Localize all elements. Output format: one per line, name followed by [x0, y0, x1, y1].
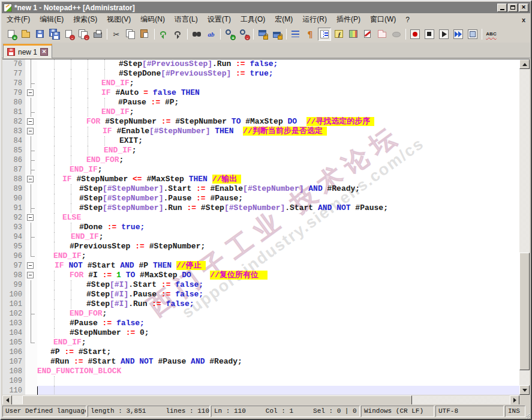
code-line-text[interactable]: ELSE [37, 213, 519, 223]
fold-marker-icon[interactable] [25, 127, 37, 136]
code-line-text[interactable]: END_FOR; [37, 155, 519, 165]
menu-item-8[interactable]: 宏(M) [270, 13, 297, 26]
close-button[interactable]: ✕ [519, 4, 528, 12]
redo-icon[interactable] [172, 28, 185, 41]
current-code-line-text[interactable] [37, 386, 519, 395]
code-line-text[interactable]: #PreviousStep := #StepNumber; [37, 242, 519, 251]
sync-horizontal-icon[interactable] [270, 28, 284, 41]
open-file-icon[interactable] [19, 28, 32, 41]
maximize-button[interactable] [508, 4, 518, 12]
word-wrap-icon[interactable] [289, 28, 302, 41]
horizontal-scroll-thumb[interactable] [22, 395, 413, 405]
indent-guide-icon[interactable] [318, 28, 331, 41]
scroll-down-icon[interactable] [519, 385, 530, 395]
editor-area[interactable]: 西门子工业 技术论坛 support.industry.siemens.com/… [2, 59, 530, 395]
code-line-text[interactable]: IF #Auto = false THEN [37, 88, 519, 98]
menu-item-2[interactable]: 搜索(S) [68, 13, 102, 26]
menu-item-12[interactable]: ? [401, 14, 414, 25]
code-line-text[interactable]: END_IF; [37, 165, 519, 175]
fold-marker-icon[interactable] [25, 175, 37, 184]
cut-icon[interactable]: ✂ [110, 28, 123, 41]
code-line-text[interactable]: #Step[#StepNumber].Start := #Enable[#Ste… [37, 184, 519, 194]
menu-item-1[interactable]: 编辑(E) [35, 13, 68, 26]
menu-item-7[interactable]: 工具(O) [236, 13, 270, 26]
code-line-text[interactable]: IF NOT #Start AND #P THEN //停止 [37, 261, 519, 271]
code-line-text[interactable]: #Pause := false; [37, 319, 519, 328]
tab-close-icon[interactable]: ✕ [40, 48, 48, 56]
menu-item-10[interactable]: 插件(P) [332, 13, 365, 26]
code-line-text[interactable]: END_IF; [37, 338, 519, 347]
fold-marker-icon[interactable] [25, 213, 37, 223]
spell-check-icon[interactable]: ABC [485, 28, 498, 41]
code-line-text[interactable]: #Step[#I].Start := false; [37, 280, 519, 290]
code-line-text[interactable]: #Step[#StepNumber].Pause := #Pause; [37, 194, 519, 203]
minimize-button[interactable] [497, 4, 507, 12]
macro-stop-icon[interactable] [423, 28, 436, 41]
save-all-icon[interactable] [48, 28, 61, 41]
code-line-text[interactable]: END_IF; [37, 251, 519, 261]
code-line-text[interactable]: IF #StepNumber <= #MaxStep THEN //输出 [37, 175, 519, 184]
macro-play-icon[interactable] [437, 28, 450, 41]
vertical-scroll-thumb[interactable] [519, 253, 530, 370]
menu-item-6[interactable]: 设置(T) [203, 13, 236, 26]
save-file-icon[interactable] [34, 28, 47, 41]
menu-item-4[interactable]: 编码(N) [136, 13, 170, 26]
sync-vertical-icon[interactable] [256, 28, 269, 41]
code-line-text[interactable]: #Step[#I].Run := false; [37, 299, 519, 309]
code-line-text[interactable]: END_IF; [37, 146, 519, 155]
fold-marker-icon[interactable] [25, 88, 37, 98]
macro-record-icon[interactable] [408, 28, 422, 41]
resize-grip[interactable] [527, 410, 530, 418]
fold-marker-icon[interactable] [25, 271, 37, 280]
menu-item-3[interactable]: 视图(V) [102, 13, 136, 26]
function-list-icon[interactable] [332, 28, 345, 41]
code-line-text[interactable]: END_FOR; [37, 309, 519, 319]
code-line-text[interactable]: END_IF; [37, 107, 519, 117]
document-map-icon[interactable] [347, 28, 360, 41]
menubar-close-icon[interactable]: x [517, 16, 530, 23]
code-line-text[interactable] [37, 376, 519, 386]
macro-save-icon[interactable] [466, 28, 479, 41]
code-line-text[interactable]: #Step[#PreviousStep].Run := false; [37, 59, 519, 69]
undo-icon[interactable] [157, 28, 170, 41]
zoom-in-icon[interactable]: + [223, 28, 236, 41]
code-line-text[interactable]: #StepNumber := 0; [37, 328, 519, 338]
view-in-browser-icon[interactable] [361, 28, 374, 41]
menu-item-0[interactable]: 文件(F) [2, 13, 35, 26]
replace-icon[interactable]: ab [205, 28, 218, 41]
code-line-text[interactable]: END_IF; [37, 232, 519, 242]
code-line-text[interactable]: END_IF; [37, 79, 519, 88]
code-line-text[interactable]: #Done := true; [37, 223, 519, 232]
menu-item-9[interactable]: 运行(R) [297, 13, 332, 26]
code-line-text[interactable]: FOR #StepNumber := #StepNumber TO #MaxSt… [37, 117, 519, 127]
copy-icon[interactable] [124, 28, 137, 41]
code-line-text[interactable]: END_FUNCTION_BLOCK [37, 367, 519, 376]
menu-item-5[interactable]: 语言(L) [170, 13, 203, 26]
code-line-text[interactable]: EXIT; [37, 136, 519, 146]
fold-marker-icon[interactable] [25, 117, 37, 127]
code-line-text[interactable]: #Step[#StepNumber].Run := #Step[#StepNum… [37, 203, 519, 213]
horizontal-scrollbar[interactable] [2, 395, 519, 405]
tab-new-1[interactable]: new 1 ✕ [3, 44, 52, 58]
show-all-characters-icon[interactable]: ¶ [303, 28, 317, 41]
macro-run-multiple-icon[interactable] [452, 28, 465, 41]
scroll-up-icon[interactable] [519, 59, 530, 69]
code-line-text[interactable]: #StepDone[#PreviousStep] := true; [37, 69, 519, 79]
code-line-text[interactable]: IF #Enable[#StepNumber] THEN //判断当前步是否选定 [37, 127, 519, 136]
code-line-text[interactable]: #Run := #Start AND NOT #Pause AND #Ready… [37, 357, 519, 367]
close-all-icon[interactable]: - [77, 28, 90, 41]
scroll-right-icon[interactable] [510, 395, 519, 405]
paste-icon[interactable] [139, 28, 152, 41]
find-icon[interactable] [190, 28, 203, 41]
code-line-text[interactable]: #Pause := #P; [37, 98, 519, 107]
code-line-text[interactable]: #Step[#I].Pause := false; [37, 290, 519, 299]
new-file-icon[interactable]: + [5, 28, 18, 41]
print-icon[interactable] [91, 28, 104, 41]
scroll-left-icon[interactable] [2, 395, 12, 405]
folder-as-workspace-icon[interactable] [375, 28, 389, 41]
code-line-text[interactable]: #P := #Start; [37, 347, 519, 357]
close-file-icon[interactable]: - [62, 28, 76, 41]
menu-item-11[interactable]: 窗口(W) [365, 13, 401, 26]
fold-marker-icon[interactable] [25, 261, 37, 271]
vertical-scrollbar[interactable] [519, 59, 530, 395]
